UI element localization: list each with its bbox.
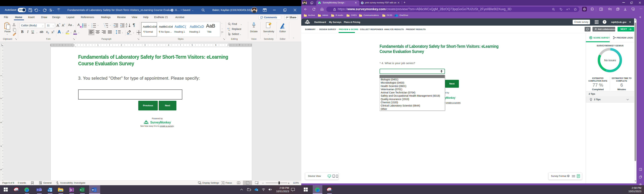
svg-text:3: 3 <box>92 26 92 28</box>
svg-text:c: c <box>229 29 230 31</box>
svg-text:T: T <box>37 189 38 191</box>
svg-text:W: W <box>92 189 94 191</box>
svg-text:b: b <box>228 28 228 30</box>
svg-text:X: X <box>80 189 82 191</box>
svg-text:O: O <box>48 189 50 192</box>
svg-text:1: 1 <box>104 23 104 25</box>
svg-text:1: 1 <box>92 23 92 25</box>
svg-text:a: a <box>104 25 105 26</box>
svg-text:2: 2 <box>92 25 92 26</box>
svg-text:i: i <box>105 26 105 28</box>
svg-text:A: A <box>566 8 568 11</box>
svg-text:N: N <box>70 189 72 191</box>
